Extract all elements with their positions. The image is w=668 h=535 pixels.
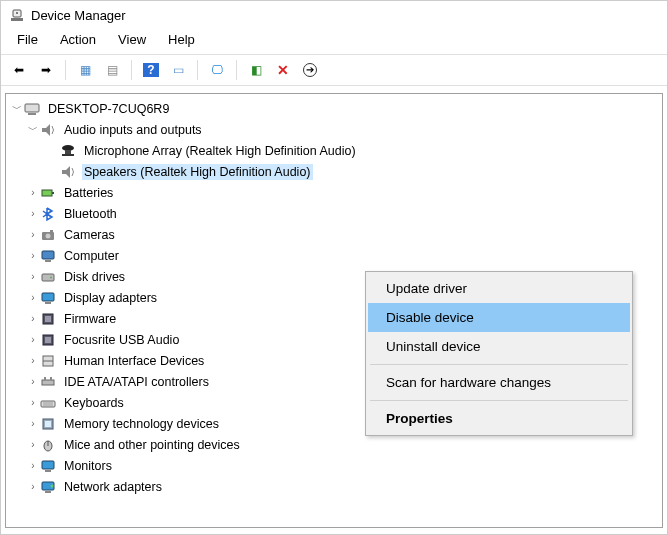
tree-category[interactable]: ›Computer	[6, 245, 662, 266]
category-icon	[40, 437, 56, 453]
x-icon: ✕	[277, 63, 289, 77]
expander-icon[interactable]: ›	[26, 459, 40, 473]
ctx-update-driver[interactable]: Update driver	[368, 274, 630, 303]
category-icon	[40, 395, 56, 411]
category-icon	[40, 353, 56, 369]
menu-action[interactable]: Action	[50, 29, 106, 50]
category-label: Focusrite USB Audio	[62, 332, 181, 348]
ctx-disable-device[interactable]: Disable device	[368, 303, 630, 332]
expander-icon[interactable]: ›	[26, 207, 40, 221]
category-label: Mice and other pointing devices	[62, 437, 242, 453]
context-menu: Update driver Disable device Uninstall d…	[365, 271, 633, 436]
window-title: Device Manager	[31, 8, 126, 23]
category-icon	[40, 227, 56, 243]
svg-rect-24	[45, 337, 51, 343]
svg-rect-11	[52, 192, 54, 194]
category-icon	[40, 206, 56, 222]
tree-category[interactable]: ›Bluetooth	[6, 203, 662, 224]
expander-icon[interactable]: ›	[26, 186, 40, 200]
ctx-properties[interactable]: Properties	[368, 404, 630, 433]
uninstall-button[interactable]: ✕	[271, 59, 295, 81]
console-icon: ▦	[80, 64, 91, 76]
expander-icon[interactable]: ›	[26, 354, 40, 368]
svg-rect-27	[42, 380, 54, 385]
tree-category[interactable]: ›Cameras	[6, 224, 662, 245]
toolbar-separator	[65, 60, 66, 80]
tree-category[interactable]: ›Network adapters	[6, 476, 662, 497]
arrow-left-icon: ⬅	[14, 64, 24, 76]
category-label: Bluetooth	[62, 206, 119, 222]
help-icon: ?	[143, 63, 158, 77]
computer-icon	[24, 101, 40, 117]
tree-device-speakers[interactable]: Speakers (Realtek High Definition Audio)	[6, 161, 662, 182]
expander-icon[interactable]: ›	[26, 270, 40, 284]
expander-icon[interactable]: ›	[26, 312, 40, 326]
svg-rect-38	[45, 470, 51, 472]
tree-category[interactable]: ›Mice and other pointing devices	[6, 434, 662, 455]
forward-button[interactable]: ➡	[34, 59, 58, 81]
speaker-icon	[60, 164, 76, 180]
expander-icon[interactable]: ›	[26, 417, 40, 431]
tree-category[interactable]: ›Monitors	[6, 455, 662, 476]
expander-icon[interactable]: ›	[26, 396, 40, 410]
app-icon	[9, 7, 25, 23]
tree-area: ﹀ DESKTOP-7CUQ6R9 ﹀ Audio inputs and out…	[1, 86, 667, 534]
category-label: Disk drives	[62, 269, 127, 285]
expander-icon[interactable]: ﹀	[10, 102, 24, 116]
tree-category-audio[interactable]: ﹀ Audio inputs and outputs	[6, 119, 662, 140]
category-label: Monitors	[62, 458, 114, 474]
svg-rect-22	[45, 316, 51, 322]
action-button[interactable]: ▭	[166, 59, 190, 81]
svg-rect-3	[25, 104, 39, 112]
scan-icon: ➔	[303, 63, 317, 77]
svg-rect-16	[45, 260, 51, 262]
update-driver-button[interactable]: 🖵	[205, 59, 229, 81]
menu-view[interactable]: View	[108, 29, 156, 50]
menu-help[interactable]: Help	[158, 29, 205, 50]
device-manager-window: Device Manager File Action View Help ⬅ ➡…	[0, 0, 668, 535]
ctx-scan-hardware[interactable]: Scan for hardware changes	[368, 368, 630, 397]
show-hide-console-button[interactable]: ▦	[73, 59, 97, 81]
svg-rect-19	[42, 293, 54, 301]
expander-icon[interactable]: ›	[26, 480, 40, 494]
back-button[interactable]: ⬅	[7, 59, 31, 81]
toolbar-separator	[236, 60, 237, 80]
svg-rect-28	[44, 377, 46, 380]
scan-hardware-button[interactable]: ➔	[298, 59, 322, 81]
properties-button[interactable]: ▤	[100, 59, 124, 81]
menu-file[interactable]: File	[7, 29, 48, 50]
category-icon	[40, 332, 56, 348]
category-label: Display adapters	[62, 290, 159, 306]
category-label: IDE ATA/ATAPI controllers	[62, 374, 211, 390]
audio-icon	[40, 122, 56, 138]
svg-rect-30	[41, 401, 55, 407]
svg-rect-17	[42, 274, 54, 281]
expander-icon[interactable]: ›	[26, 291, 40, 305]
svg-rect-7	[65, 150, 71, 154]
toolbar-separator	[131, 60, 132, 80]
expander-icon[interactable]: ›	[26, 228, 40, 242]
enable-button[interactable]: ◧	[244, 59, 268, 81]
tree-root[interactable]: ﹀ DESKTOP-7CUQ6R9	[6, 98, 662, 119]
ctx-separator	[370, 364, 628, 365]
category-label: Network adapters	[62, 479, 164, 495]
expander-icon[interactable]: ›	[26, 438, 40, 452]
category-icon	[40, 185, 56, 201]
category-icon	[40, 290, 56, 306]
ctx-separator	[370, 400, 628, 401]
svg-rect-20	[45, 302, 51, 304]
expander-icon[interactable]: ﹀	[26, 123, 40, 137]
category-label: Firmware	[62, 311, 118, 327]
expander-icon[interactable]: ›	[26, 333, 40, 347]
help-button[interactable]: ?	[139, 59, 163, 81]
category-label: Batteries	[62, 185, 115, 201]
category-label: Human Interface Devices	[62, 353, 206, 369]
tree-device-mic[interactable]: Microphone Array (Realtek High Definitio…	[6, 140, 662, 161]
category-icon	[40, 311, 56, 327]
tree-category[interactable]: ›Batteries	[6, 182, 662, 203]
category-icon	[40, 458, 56, 474]
expander-icon[interactable]: ›	[26, 249, 40, 263]
expander-icon[interactable]: ›	[26, 375, 40, 389]
svg-point-41	[51, 484, 54, 487]
ctx-uninstall-device[interactable]: Uninstall device	[368, 332, 630, 361]
